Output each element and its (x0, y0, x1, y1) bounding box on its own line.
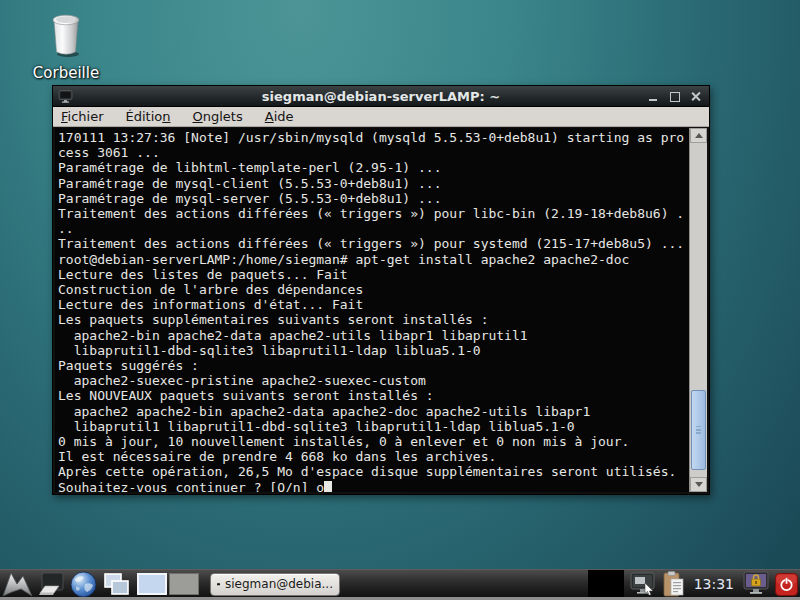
laptop-icon (39, 572, 65, 596)
scroll-down-icon[interactable] (690, 477, 707, 492)
shutdown-button[interactable] (775, 573, 798, 596)
terminal-line: root@debian-serverLAMP:/home/siegman# ap… (58, 252, 689, 267)
globe-icon (70, 571, 97, 598)
maximize-icon[interactable] (669, 91, 680, 102)
applications-menu-button[interactable] (2, 571, 34, 597)
window-titlebar[interactable]: siegman@debian-serverLAMP: ~ (53, 86, 709, 107)
terminal-line: 0 mis à jour, 10 nouvellement installés,… (58, 434, 689, 449)
terminal-line: Paquets suggérés : (58, 358, 689, 373)
terminal-line: .. (58, 221, 689, 236)
taskbar-window-label: siegman@debia... (225, 577, 333, 591)
terminal-line: apache2-bin apache2-data apache2-utils l… (58, 328, 689, 343)
systray-black-area (588, 570, 624, 598)
window-list-button[interactable] (102, 572, 129, 597)
lock-monitor-icon (742, 571, 770, 597)
terminal-line: apache2 apache2-bin apache2-data apache2… (58, 404, 689, 419)
terminal-output: 170111 13:27:36 [Note] /usr/sbin/mysqld … (55, 128, 689, 492)
taskbar-panel: siegman@debia... (0, 569, 800, 600)
terminal-line: Lecture des informations d'état... Fait (58, 297, 689, 312)
terminal-menubar: FichierÉditionOngletsAide (53, 107, 709, 127)
terminal-line: cess 3061 ... (58, 145, 689, 160)
web-browser-button[interactable] (70, 571, 97, 598)
window-title: siegman@debian-serverLAMP: ~ (53, 89, 709, 104)
monitor-pointer-icon (629, 572, 657, 596)
terminal-line: 170111 13:27:36 [Note] /usr/sbin/mysqld … (58, 130, 689, 145)
workspace-pager (137, 573, 199, 595)
xfce-logo-icon (2, 571, 34, 597)
terminal-line: Souhaitez-vous continuer ? [O/n] o (58, 480, 689, 492)
terminal-line: Paramétrage de mysql-client (5.5.53-0+de… (58, 176, 689, 191)
windows-icon (102, 572, 129, 597)
clipboard-icon (662, 571, 686, 598)
menu-édition[interactable]: Édition (126, 109, 171, 124)
scrollbar-thumb[interactable] (691, 390, 706, 470)
trash-label: Corbeille (30, 64, 102, 82)
terminal-line: Après cette opération, 26,5 Mo d'espace … (58, 464, 689, 479)
terminal-screen[interactable]: 170111 13:27:36 [Note] /usr/sbin/mysqld … (55, 128, 707, 492)
terminal-line: Lecture des listes de paquets... Fait (58, 267, 689, 282)
terminal-line: libaprutil1-dbd-sqlite3 libaprutil1-ldap… (58, 343, 689, 358)
terminal-line: Les NOUVEAUX paquets suivants seront ins… (58, 388, 689, 403)
terminal-line: apache2-suexec-pristine apache2-suexec-c… (58, 373, 689, 388)
menu-onglets[interactable]: Onglets (193, 109, 243, 124)
lock-screen-button[interactable] (742, 571, 770, 597)
terminal-cursor (324, 481, 332, 492)
terminal-line: libaprutil1 libaprutil1-dbd-sqlite3 liba… (58, 419, 689, 434)
terminal-scrollbar[interactable] (689, 128, 707, 492)
show-desktop-button[interactable] (39, 572, 65, 596)
terminal-line: Il est nécessaire de prendre 4 668 ko da… (58, 449, 689, 464)
menu-aide[interactable]: Aide (265, 109, 294, 124)
workspace-1-active[interactable] (137, 573, 167, 595)
terminal-line: Paramétrage de libhtml-template-perl (2.… (58, 160, 689, 175)
workspace-2[interactable] (169, 573, 199, 595)
trash-can-icon (46, 10, 86, 58)
panel-clock[interactable]: 13:31 (691, 576, 737, 592)
terminal-window-icon (217, 578, 220, 591)
menu-fichier[interactable]: Fichier (61, 109, 104, 124)
terminal-window: siegman@debian-serverLAMP: ~ FichierÉdit… (52, 85, 710, 495)
terminal-app-icon (58, 90, 73, 103)
terminal-line: Les paquets supplémentaires suivants ser… (58, 312, 689, 327)
display-settings-button[interactable] (629, 572, 657, 596)
terminal-line: Traitement des actions différées (« trig… (58, 236, 689, 251)
terminal-line: Construction de l'arbre des dépendances (58, 282, 689, 297)
trash-desktop-icon[interactable]: Corbeille (30, 10, 102, 82)
taskbar-window-button[interactable]: siegman@debia... (210, 573, 340, 596)
terminal-line: Traitement des actions différées (« trig… (58, 206, 689, 221)
desktop: { "desktop": { "trash_label": "Corbeille… (0, 0, 800, 600)
scroll-up-icon[interactable] (690, 128, 707, 143)
minimize-icon[interactable] (648, 91, 659, 102)
close-icon[interactable] (690, 91, 701, 102)
power-icon (775, 573, 798, 596)
clipboard-manager-button[interactable] (662, 571, 686, 598)
terminal-line: Paramétrage de mysql-server (5.5.53-0+de… (58, 191, 689, 206)
